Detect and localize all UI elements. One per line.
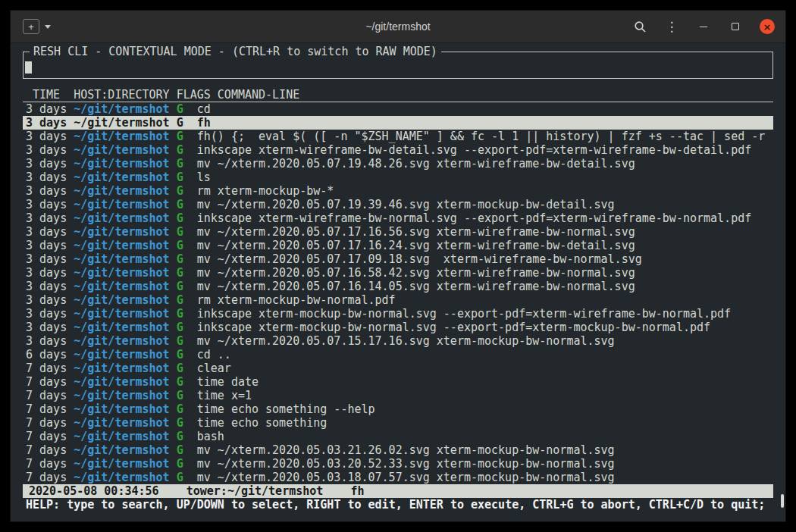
row-command: inkscape xterm-wireframe-bw-normal.svg -… [197, 211, 752, 225]
row-time: 3 days [26, 130, 74, 143]
row-flags: G [177, 361, 197, 375]
row-flags: G [177, 334, 197, 348]
row-command: mv ~/xterm.2020.05.07.16.14.05.svg xterm… [197, 280, 635, 293]
history-row[interactable]: 3 days~/git/termshotGmv ~/xterm.2020.05.… [23, 252, 773, 266]
row-directory: ~/git/termshot [74, 293, 176, 307]
row-flags: G [177, 389, 197, 402]
history-row[interactable]: 7 days~/git/termshotGclear [23, 361, 773, 375]
row-directory: ~/git/termshot [74, 211, 176, 225]
new-tab-button[interactable]: + [23, 19, 39, 34]
row-flags: G [177, 471, 197, 484]
row-time: 3 days [26, 321, 74, 334]
history-row[interactable]: 3 days~/git/termshotGrm xterm-mockup-bw-… [23, 293, 773, 307]
row-time: 3 days [26, 252, 74, 266]
row-flags: G [177, 157, 197, 171]
row-time: 7 days [26, 430, 74, 443]
row-directory: ~/git/termshot [74, 443, 176, 457]
history-row[interactable]: 6 days~/git/termshotGcd .. [23, 348, 773, 361]
row-flags: G [177, 402, 197, 416]
status-datetime: 2020-05-08 00:34:56 [29, 484, 159, 498]
row-directory: ~/git/termshot [74, 348, 176, 361]
history-row[interactable]: 3 days~/git/termshotGinkscape xterm-mock… [23, 307, 773, 321]
row-command: time x=1 [197, 389, 252, 402]
menu-icon[interactable]: ⋮ [664, 19, 679, 34]
history-row[interactable]: 3 days~/git/termshotGinkscape xterm-wire… [23, 211, 773, 225]
search-box[interactable]: RESH CLI - CONTEXTUAL MODE - (CTRL+R to … [23, 45, 773, 79]
row-time: 7 days [26, 361, 74, 375]
row-flags: G [177, 430, 197, 443]
search-icon [634, 20, 647, 33]
row-directory: ~/git/termshot [74, 280, 176, 293]
row-flags: G [177, 211, 197, 225]
row-command: mv ~/xterm.2020.05.07.19.48.26.svg xterm… [197, 157, 635, 171]
history-row[interactable]: 7 days~/git/termshotGtime echo something [23, 416, 773, 430]
close-button[interactable]: × [760, 19, 775, 34]
row-flags: G [177, 171, 197, 184]
row-flags: G [177, 307, 197, 321]
new-tab-icon: + [28, 22, 34, 32]
terminal-screen[interactable]: RESH CLI - CONTEXTUAL MODE - (CTRL+R to … [11, 43, 785, 521]
help-line: HELP: type to search, UP/DOWN to select,… [23, 498, 773, 512]
restore-icon [732, 23, 739, 30]
row-time: 3 days [26, 266, 74, 280]
minimize-button[interactable]: ─ [696, 19, 711, 34]
history-list: 3 days~/git/termshotGcd3 days~/git/terms… [23, 102, 773, 484]
history-row[interactable]: 7 days~/git/termshotGmv ~/xterm.2020.05.… [23, 443, 773, 457]
history-row[interactable]: 7 days~/git/termshotGmv ~/xterm.2020.05.… [23, 471, 773, 484]
search-button[interactable] [632, 19, 647, 34]
history-row[interactable]: 3 days~/git/termshotGrm xterm-mockup-bw-… [23, 184, 773, 198]
history-row[interactable]: 7 days~/git/termshotGtime echo something… [23, 402, 773, 416]
row-flags: G [177, 130, 197, 143]
row-command: inkscape xterm-mockup-bw-normal.svg --ex… [197, 307, 731, 321]
row-command: mv ~/xterm.2020.05.07.15.17.16.svg xterm… [197, 334, 615, 348]
history-row[interactable]: 3 days~/git/termshotGfh() {; eval $( ([ … [23, 130, 773, 143]
row-flags: G [177, 416, 197, 430]
titlebar[interactable]: + ~/git/termshot ⋮ ─ × [11, 11, 785, 43]
scrollbar-thumb[interactable] [781, 494, 784, 508]
history-row[interactable]: 3 days~/git/termshotGmv ~/xterm.2020.05.… [23, 198, 773, 211]
row-command: time date [197, 375, 259, 389]
history-row[interactable]: 3 days~/git/termshotGmv ~/xterm.2020.05.… [23, 239, 773, 252]
history-row[interactable]: 3 days~/git/termshotGinkscape xterm-mock… [23, 321, 773, 334]
column-command-line: COMMAND-LINE [218, 88, 299, 102]
row-flags: G [177, 266, 197, 280]
history-row[interactable]: 3 days~/git/termshotGcd [23, 102, 773, 116]
row-command: mv ~/xterm.2020.05.07.16.58.42.svg xterm… [197, 266, 635, 280]
close-icon: × [763, 21, 772, 33]
history-row[interactable]: 3 days~/git/termshotGmv ~/xterm.2020.05.… [23, 266, 773, 280]
row-directory: ~/git/termshot [74, 389, 176, 402]
history-row[interactable]: 3 days~/git/termshotGmv ~/xterm.2020.05.… [23, 334, 773, 348]
row-time: 7 days [26, 389, 74, 402]
row-time: 7 days [26, 471, 74, 484]
history-row[interactable]: 3 days~/git/termshotGmv ~/xterm.2020.05.… [23, 157, 773, 171]
row-time: 3 days [26, 280, 74, 293]
history-row[interactable]: 7 days~/git/termshotGtime x=1 [23, 389, 773, 402]
history-row[interactable]: 3 days~/git/termshotGls [23, 171, 773, 184]
row-command: mv ~/xterm.2020.05.07.19.39.46.svg xterm… [197, 198, 615, 211]
history-row[interactable]: 3 days~/git/termshotGmv ~/xterm.2020.05.… [23, 225, 773, 239]
row-command: cd [197, 102, 211, 116]
history-row[interactable]: 7 days~/git/termshotGtime date [23, 375, 773, 389]
row-time: 3 days [26, 211, 74, 225]
row-flags: G [177, 252, 197, 266]
row-directory: ~/git/termshot [74, 171, 176, 184]
row-flags: G [177, 239, 197, 252]
history-row[interactable]: 3 days~/git/termshotGfh [23, 116, 773, 130]
row-directory: ~/git/termshot [74, 239, 176, 252]
history-row[interactable]: 3 days~/git/termshotGinkscape xterm-wire… [23, 143, 773, 157]
history-row[interactable]: 7 days~/git/termshotGmv ~/xterm.2020.05.… [23, 457, 773, 471]
row-time: 7 days [26, 375, 74, 389]
row-flags: G [177, 293, 197, 307]
chevron-down-icon[interactable] [45, 25, 51, 29]
row-time: 3 days [26, 157, 74, 171]
row-command: mv ~/xterm.2020.05.07.17.16.56.svg xterm… [197, 225, 635, 239]
column-host-directory: HOST:DIRECTORY [74, 88, 176, 102]
row-flags: G [177, 443, 197, 457]
row-directory: ~/git/termshot [74, 143, 176, 157]
row-command: rm xterm-mockup-bw-normal.pdf [197, 293, 396, 307]
history-row[interactable]: 3 days~/git/termshotGmv ~/xterm.2020.05.… [23, 280, 773, 293]
row-time: 3 days [26, 334, 74, 348]
unmaximize-button[interactable] [728, 19, 743, 34]
history-row[interactable]: 7 days~/git/termshotGbash [23, 430, 773, 443]
row-time: 7 days [26, 443, 74, 457]
